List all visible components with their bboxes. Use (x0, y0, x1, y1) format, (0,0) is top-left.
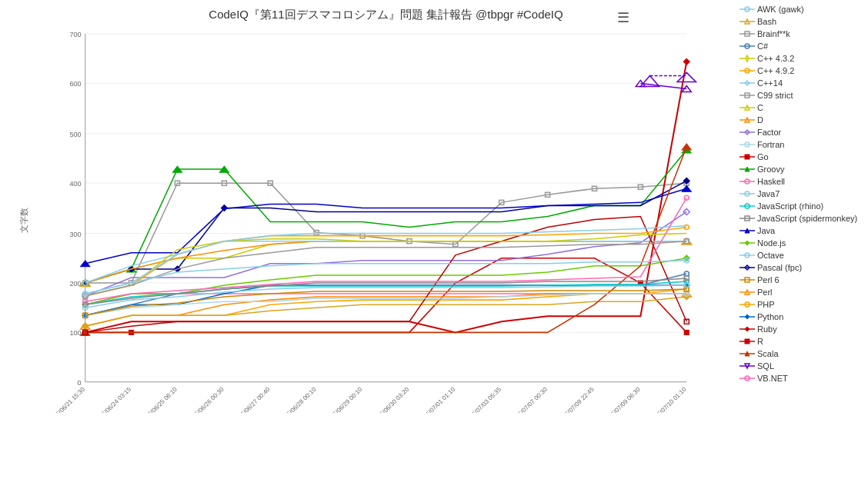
vbnet-icon (739, 373, 755, 384)
haskell-icon (739, 176, 755, 187)
legend-item-c: C (739, 102, 862, 113)
legend-label-python: Python (757, 312, 783, 321)
brainfuck-icon (739, 28, 755, 39)
svg-text:2015/07/09 06:30: 2015/07/09 06:30 (603, 386, 642, 413)
legend-item-groovy: Groovy (739, 164, 862, 175)
svg-text:2015/06/21 15:30: 2015/06/21 15:30 (47, 386, 86, 413)
legend-label-perl: Perl (757, 288, 773, 297)
legend-item-c99: C99 strict (739, 90, 862, 101)
legend-label-c99: C99 strict (757, 91, 793, 100)
legend-label-cpp432: C++ 4.3.2 (757, 54, 794, 63)
svg-marker-78 (682, 185, 691, 191)
awk-icon (739, 4, 755, 15)
legend-item-cpp432: C++ 4.3.2 (739, 53, 862, 64)
svg-text:2015/07/07 00:30: 2015/07/07 00:30 (509, 386, 549, 413)
legend-label-scala: Scala (757, 349, 779, 358)
cpp492-icon (739, 65, 755, 76)
legend-label-vbnet: VB.NET (757, 374, 788, 383)
factor-icon (739, 127, 755, 138)
legend-label-java7: Java7 (757, 189, 780, 198)
legend-label-bash: Bash (757, 17, 776, 26)
legend-label-groovy: Groovy (757, 165, 784, 174)
legend-label-java: Java (757, 226, 775, 235)
legend-label-r: R (757, 337, 763, 346)
svg-text:300: 300 (69, 231, 81, 238)
legend-item-python: Python (739, 311, 862, 322)
svg-text:2015/06/29 00:10: 2015/06/29 00:10 (324, 386, 363, 413)
java-icon (739, 225, 755, 236)
chart-svg: .grid-line { stroke: #ddd; stroke-width:… (46, 26, 726, 413)
legend-item-vbnet: VB.NET (739, 373, 862, 384)
c99-icon (739, 90, 755, 101)
legend-item-r: R (739, 336, 862, 347)
c-icon (739, 102, 755, 113)
groovy-icon (739, 164, 755, 175)
legend-item-perl6: Perl 6 (739, 274, 862, 285)
svg-text:2015/07/10 01:10: 2015/07/10 01:10 (649, 386, 688, 413)
ruby-icon (739, 324, 755, 334)
r-icon (739, 336, 755, 347)
legend-item-bash: Bash (739, 16, 862, 27)
legend-item-jsspider: JavaScript (spidermonkey) (739, 213, 862, 224)
svg-text:100: 100 (69, 329, 81, 337)
python-icon (739, 311, 755, 322)
legend-label-jsspider: JavaScript (spidermonkey) (757, 214, 857, 223)
legend-item-sql: SQL (739, 361, 862, 371)
svg-text:400: 400 (69, 180, 81, 188)
legend-item-fortran: Fortran (739, 139, 862, 150)
legend-item-perl: Perl (739, 287, 862, 298)
main-container: CodeIQ『第11回デスマコロシアム』問題 集計報告 @tbpgr #Code… (0, 0, 868, 479)
svg-point-109 (684, 195, 689, 200)
sql-icon (739, 361, 755, 371)
legend-item-d: D (739, 115, 862, 125)
legend-label-haskell: Haskell (757, 177, 785, 186)
legend-label-go: Go (757, 152, 769, 161)
legend-label-ruby: Ruby (757, 324, 777, 334)
svg-marker-77 (81, 261, 90, 267)
svg-text:500: 500 (69, 131, 81, 138)
menu-icon[interactable]: ☰ (617, 9, 629, 26)
y-axis-label: 文字数 (18, 207, 30, 232)
chart-wrapper: 文字数 .grid-line { stroke: #ddd; stroke-wi… (46, 26, 726, 413)
pascal-icon (739, 262, 755, 273)
legend-label-brainfuck: Brainf**k (757, 29, 790, 38)
svg-rect-62 (684, 330, 689, 334)
svg-text:700: 700 (69, 31, 81, 38)
legend-label-sql: SQL (757, 361, 774, 371)
svg-text:2015/06/25 06:10: 2015/06/25 06:10 (139, 386, 179, 413)
legend-item-php: PHP (739, 299, 862, 310)
svg-rect-90 (684, 319, 689, 324)
legend-label-d: D (757, 115, 763, 125)
svg-text:2015/06/27 00:40: 2015/06/27 00:40 (232, 386, 272, 413)
cpp14-icon (739, 78, 755, 88)
legend-item-jsrhino: JavaScript (rhino) (739, 201, 862, 211)
legend-item-cpp14: C++14 (739, 78, 862, 88)
svg-text:2015/06/26 00:30: 2015/06/26 00:30 (186, 386, 225, 413)
legend-item-scala: Scala (739, 348, 862, 359)
legend-label-fortran: Fortran (757, 140, 784, 149)
legend-label-pascal: Pascal (fpc) (757, 263, 802, 272)
svg-text:0: 0 (78, 379, 82, 387)
svg-marker-46 (683, 58, 689, 65)
go-icon (739, 151, 755, 162)
legend-item-octave: Octave (739, 250, 862, 261)
legend-label-octave: Octave (757, 251, 784, 260)
svg-text:2015/06/28 00:10: 2015/06/28 00:10 (279, 386, 318, 413)
fortran-icon (739, 139, 755, 150)
legend-label-perl6: Perl 6 (757, 275, 780, 284)
legend-label-php: PHP (757, 300, 775, 309)
octave-icon (739, 250, 755, 261)
legend-item-factor: Factor (739, 127, 862, 138)
legend-label-factor: Factor (757, 128, 781, 137)
perl6-icon (739, 274, 755, 285)
legend-label-awk: AWK (gawk) (757, 5, 804, 14)
svg-text:2015/06/30 03:20: 2015/06/30 03:20 (371, 386, 410, 413)
svg-marker-112 (677, 72, 696, 81)
legend-label-jsrhino: JavaScript (rhino) (757, 201, 823, 211)
legend-item-cpp492: C++ 4.9.2 (739, 65, 862, 76)
legend-item-csharp: C# (739, 41, 862, 52)
legend-item-haskell: Haskell (739, 176, 862, 187)
chart-legend: AWK (gawk) Bash Brainf**k C# C++ 4.3.2 (733, 0, 868, 479)
d-icon (739, 115, 755, 125)
java7-icon (739, 188, 755, 199)
